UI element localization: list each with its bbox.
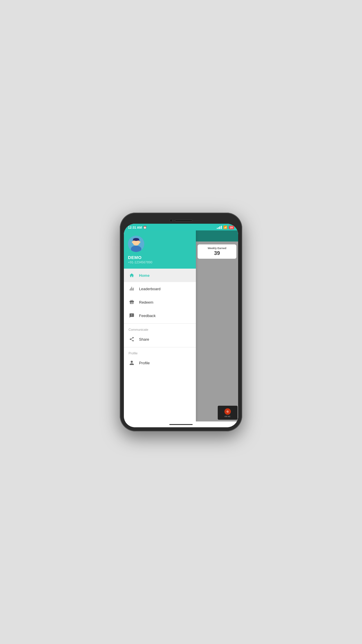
speaker — [175, 220, 192, 221]
menu-label-leaderboard: Leaderboard — [139, 287, 161, 291]
divider-1 — [124, 323, 196, 324]
signal-icon — [217, 226, 222, 229]
camera — [170, 219, 173, 222]
svg-point-3 — [132, 241, 133, 243]
feedback-icon — [129, 312, 135, 319]
menu-label-feedback: Feedback — [139, 314, 156, 318]
ad-logo-text: G — [226, 410, 229, 413]
ad-text: est ad. — [224, 415, 231, 417]
status-icons: 📶 20 — [217, 225, 234, 229]
status-bar: 12:31 AM ⏰ 📶 20 — [124, 224, 238, 230]
peek-body: Weekly Earned 39 — [196, 242, 238, 335]
status-time: 12:31 AM ⏰ — [128, 226, 147, 229]
alarm-icon: ⏰ — [143, 226, 147, 229]
battery-indicator: 20 — [229, 226, 234, 229]
home-indicator — [124, 421, 238, 427]
svg-point-2 — [133, 238, 139, 241]
screen-body: DEMO +91-1234567890 Home — [124, 230, 238, 421]
ad-banner: G est ad. — [218, 406, 238, 420]
leaderboard-icon — [129, 286, 135, 292]
phone-frame: 12:31 AM ⏰ 📶 20 — [120, 213, 242, 431]
phone-screen: 12:31 AM ⏰ 📶 20 — [124, 224, 238, 427]
phone-notch — [124, 217, 238, 224]
menu-label-redeem: Redeem — [139, 300, 153, 304]
menu-label-home: Home — [139, 273, 150, 278]
menu-item-home[interactable]: Home — [124, 269, 196, 282]
drawer-menu: Home Leaderboard — [124, 269, 196, 421]
menu-label-profile: Profile — [139, 361, 150, 365]
avatar — [128, 236, 144, 252]
peek-app-header — [196, 230, 238, 242]
drawer-header: DEMO +91-1234567890 — [124, 230, 196, 269]
menu-item-profile[interactable]: Profile — [124, 356, 196, 370]
navigation-drawer: DEMO +91-1234567890 Home — [124, 230, 196, 421]
svg-point-0 — [131, 246, 141, 252]
menu-item-leaderboard[interactable]: Leaderboard — [124, 282, 196, 295]
weekly-earned-title: Weekly Earned — [201, 247, 233, 250]
main-content-peek: Weekly Earned 39 G est ad. — [196, 230, 238, 421]
home-icon — [129, 272, 135, 279]
menu-label-share: Share — [139, 337, 149, 342]
redeem-icon — [129, 299, 135, 305]
divider-2 — [124, 347, 196, 347]
user-name: DEMO — [128, 255, 192, 260]
profile-icon — [129, 360, 135, 366]
menu-item-redeem[interactable]: Redeem — [124, 295, 196, 309]
weekly-earned-value: 39 — [201, 250, 233, 256]
home-indicator-bar — [169, 424, 193, 425]
menu-item-share[interactable]: Share — [124, 332, 196, 346]
user-phone: +91-1234567890 — [128, 260, 192, 264]
wifi-icon: 📶 — [223, 225, 227, 229]
menu-item-feedback[interactable]: Feedback — [124, 309, 196, 322]
weekly-earned-card: Weekly Earned 39 — [198, 244, 236, 259]
ad-logo: G — [224, 408, 231, 415]
profile-section-label: Profile — [124, 349, 196, 356]
svg-point-4 — [139, 241, 140, 243]
share-icon — [129, 336, 135, 342]
communicate-section-label: Communicate — [124, 325, 196, 332]
